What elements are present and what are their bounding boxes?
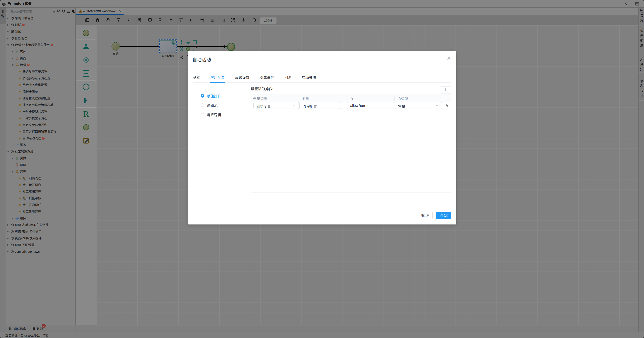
svg-text:En: En <box>72 10 74 11</box>
svg-text:AI: AI <box>53 10 55 12</box>
